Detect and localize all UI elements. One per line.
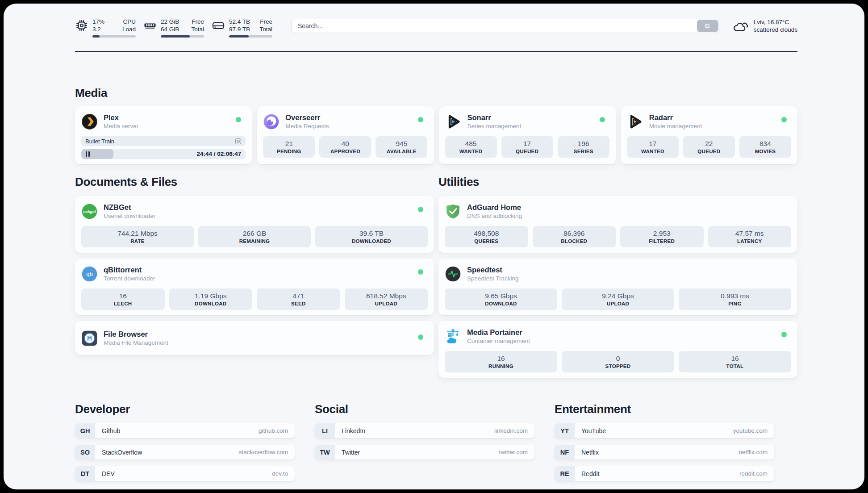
app-subtitle: Series management [467, 122, 522, 130]
bookmark-name: Netflix [581, 449, 739, 456]
stat-running: 16 RUNNING [445, 351, 557, 372]
disk-progress-bar [229, 35, 272, 38]
bookmark-group-social: Social LI LinkedIn linkedin.com TW Twitt… [315, 402, 534, 481]
bookmark-reddit[interactable]: RE Reddit reddit.com [555, 466, 774, 481]
bookmark-url: youtube.com [733, 427, 768, 434]
bookmark-name: Twitter [342, 449, 499, 456]
bookmark-abbr: RE [555, 466, 575, 481]
stat-wanted: 485 WANTED [445, 136, 497, 158]
section-media: Media Plex Media server [75, 86, 797, 164]
app-title: Speedtest [467, 265, 519, 274]
section-title-entertainment: Entertainment [555, 402, 774, 416]
sonarr-icon [445, 113, 462, 130]
media-type-icon [235, 138, 242, 145]
app-card-qbittorrent[interactable]: qb qBittorrent Torrent downloader 16 LEE… [75, 259, 434, 315]
cpu-progress-bar [92, 35, 136, 38]
bookmark-name: DEV [102, 470, 272, 477]
bookmark-url: reddit.com [739, 470, 768, 477]
disk-widget: 52.4 TB 97.9 TB Free Total [212, 18, 272, 38]
pause-icon [86, 151, 90, 157]
stat-available: 945 AVAILABLE [376, 136, 427, 158]
app-card-adguard[interactable]: AdGuard Home DNS and adblocking 498,508 … [438, 196, 797, 253]
now-playing-row: Bullet Train [81, 136, 246, 146]
bookmark-dev[interactable]: DT DEV dev.to [75, 466, 295, 481]
app-title: Overseerr [285, 113, 329, 122]
status-dot [418, 207, 423, 212]
bookmark-linkedin[interactable]: LI LinkedIn linkedin.com [315, 423, 534, 438]
search-input[interactable] [291, 19, 719, 33]
stat-remaining: 266 GB REMAINING [198, 226, 311, 247]
app-card-filebrowser[interactable]: File Browser Media File Management [75, 321, 434, 355]
portainer-icon [445, 328, 461, 345]
disk-progress-fill [229, 35, 249, 38]
stat-leech: 16 LEECH [81, 288, 165, 310]
playback-time: 24:44 / 02:06:47 [196, 149, 241, 159]
app-subtitle: Media server [104, 122, 138, 130]
bookmark-github[interactable]: GH Github github.com [75, 423, 295, 438]
search-engine-button[interactable]: G [697, 20, 718, 32]
section-title-developer: Developer [75, 402, 295, 416]
filebrowser-icon [81, 330, 98, 347]
app-subtitle: Usenet downloader [104, 212, 155, 220]
playback-progress: 24:44 / 02:06:47 [81, 149, 246, 159]
stat-rate: 744.21 Mbps RATE [81, 226, 194, 247]
stat-stopped: 0 STOPPED [562, 351, 674, 372]
speedtest-icon [445, 266, 461, 282]
app-subtitle: Media File Management [104, 339, 168, 347]
stat-pending: 21 PENDING [263, 136, 315, 158]
bookmark-abbr: DT [75, 466, 95, 481]
app-card-portainer[interactable]: Media Portainer Container management 16 … [438, 321, 797, 378]
status-dot [418, 117, 423, 122]
top-bar: 17% 3.2 CPU Load [75, 18, 797, 38]
bookmarks: Developer GH Github github.com SO StackO… [75, 402, 774, 481]
cloud-icon [732, 19, 748, 33]
disk-labels: Free Total [259, 18, 272, 33]
bookmark-twitter[interactable]: TW Twitter twitter.com [315, 445, 534, 460]
bookmark-stackoverflow[interactable]: SO StackOverflow stackoverflow.com [75, 445, 295, 460]
cpu-icon [75, 19, 88, 32]
app-card-speedtest[interactable]: Speedtest Speedtest Tracking 9.65 Gbps D… [438, 259, 797, 315]
app-card-nzbget[interactable]: nzbget NZBGet Usenet downloader 744.21 M… [75, 196, 434, 253]
stat-queries: 498,508 QUERIES [445, 226, 528, 247]
stat-ping: 0.993 ms PING [679, 288, 791, 310]
stat-download: 9.65 Gbps DOWNLOAD [445, 288, 557, 310]
stat-filtered: 2,953 FILTERED [620, 226, 704, 247]
status-dot [781, 117, 787, 122]
memory-icon [143, 19, 157, 32]
app-card-overseerr[interactable]: Overseerr Media Requests 21 PENDING 40 A… [257, 106, 434, 164]
app-card-radarr[interactable]: Radarr Movie management 17 WANTED 22 QUE… [621, 106, 797, 164]
app-subtitle: Torrent downloader [104, 275, 155, 282]
bookmark-abbr: NF [555, 445, 575, 460]
status-dot [600, 117, 605, 122]
app-title: AdGuard Home [467, 203, 522, 212]
disk-values: 52.4 TB 97.9 TB [229, 18, 250, 33]
svg-text:qb: qb [86, 271, 92, 277]
bookmark-url: linkedin.com [494, 427, 528, 434]
bookmark-url: stackoverflow.com [239, 449, 288, 455]
status-dot [418, 334, 423, 340]
bookmark-name: YouTube [581, 427, 733, 435]
bookmark-name: Github [102, 427, 259, 435]
svg-text:nzbget: nzbget [83, 209, 96, 213]
bookmark-group-entertainment: Entertainment YT YouTube youtube.com NF … [555, 402, 774, 481]
bookmark-abbr: GH [75, 423, 95, 438]
bookmark-netflix[interactable]: NF Netflix netflix.com [555, 445, 774, 460]
stat-approved: 40 APPROVED [319, 136, 371, 158]
bookmark-name: StackOverflow [102, 449, 239, 456]
app-title: Sonarr [467, 113, 522, 122]
weather-text: Lviv, 16.87°C scattered clouds [754, 18, 797, 33]
bookmark-youtube[interactable]: YT YouTube youtube.com [555, 423, 774, 438]
bookmark-group-developer: Developer GH Github github.com SO StackO… [75, 402, 295, 481]
overseerr-icon [263, 113, 280, 130]
qbittorrent-icon: qb [81, 266, 98, 282]
cpu-progress-fill [92, 35, 100, 38]
memory-progress-fill [161, 35, 190, 38]
bookmark-url: dev.to [272, 470, 288, 477]
section-title-media: Media [75, 86, 797, 100]
memory-widget: 22 GiB 64 GiB Free Total [143, 18, 204, 38]
cpu-values: 17% 3.2 [92, 18, 104, 33]
app-title: File Browser [104, 330, 168, 338]
app-card-sonarr[interactable]: Sonarr Series management 485 WANTED 17 Q… [439, 106, 616, 164]
app-card-plex[interactable]: Plex Media server Bullet Train [75, 106, 252, 164]
stat-total: 16 TOTAL [679, 351, 791, 372]
